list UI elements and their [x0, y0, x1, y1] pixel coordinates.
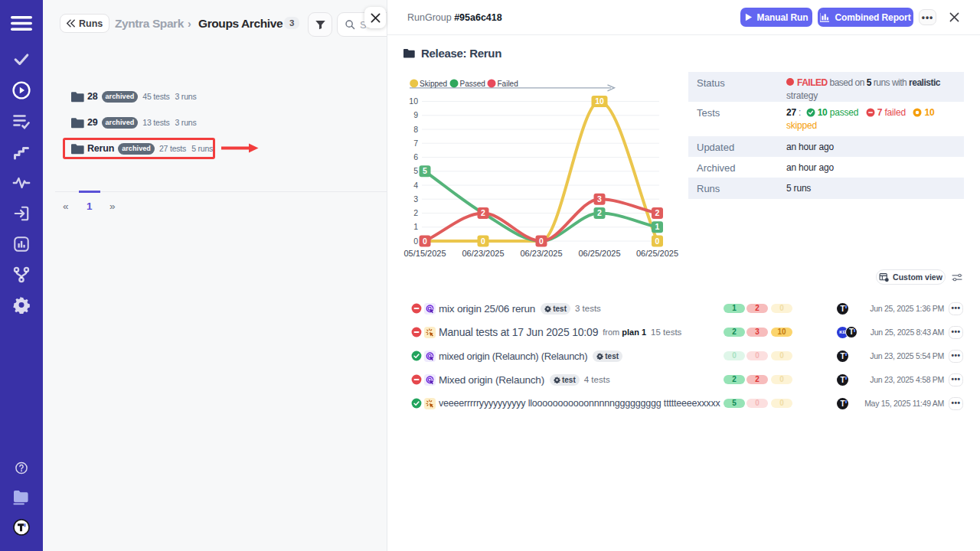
svg-text:1: 1 — [413, 222, 418, 231]
svg-text:06/23/2025: 06/23/2025 — [462, 249, 504, 258]
svg-text:3: 3 — [413, 194, 418, 204]
svg-text:06/23/2025: 06/23/2025 — [520, 249, 562, 258]
svg-text:0: 0 — [423, 236, 427, 246]
svg-text:2: 2 — [597, 208, 602, 217]
svg-text:8: 8 — [413, 125, 418, 134]
svg-text:Passed: Passed — [460, 80, 485, 88]
svg-text:2: 2 — [481, 208, 485, 217]
svg-text:2: 2 — [655, 208, 660, 217]
svg-text:3: 3 — [597, 194, 602, 204]
svg-text:4: 4 — [413, 181, 418, 190]
svg-text:6: 6 — [413, 152, 418, 161]
svg-text:06/25/2025: 06/25/2025 — [636, 249, 678, 258]
svg-text:2: 2 — [413, 208, 418, 217]
svg-text:10: 10 — [409, 96, 418, 106]
svg-text:10: 10 — [595, 96, 604, 106]
svg-text:5: 5 — [423, 166, 427, 175]
svg-text:5: 5 — [413, 166, 418, 175]
svg-text:0: 0 — [481, 236, 485, 246]
svg-text:05/15/2025: 05/15/2025 — [403, 249, 446, 258]
svg-text:1: 1 — [655, 222, 660, 231]
svg-text:Failed: Failed — [498, 80, 518, 88]
svg-text:06/25/2025: 06/25/2025 — [578, 249, 620, 258]
svg-text:9: 9 — [413, 110, 418, 119]
svg-text:0: 0 — [413, 236, 418, 246]
svg-text:0: 0 — [655, 236, 660, 246]
svg-text:0: 0 — [539, 236, 544, 246]
svg-text:7: 7 — [413, 139, 418, 148]
svg-text:Skipped: Skipped — [420, 80, 447, 88]
